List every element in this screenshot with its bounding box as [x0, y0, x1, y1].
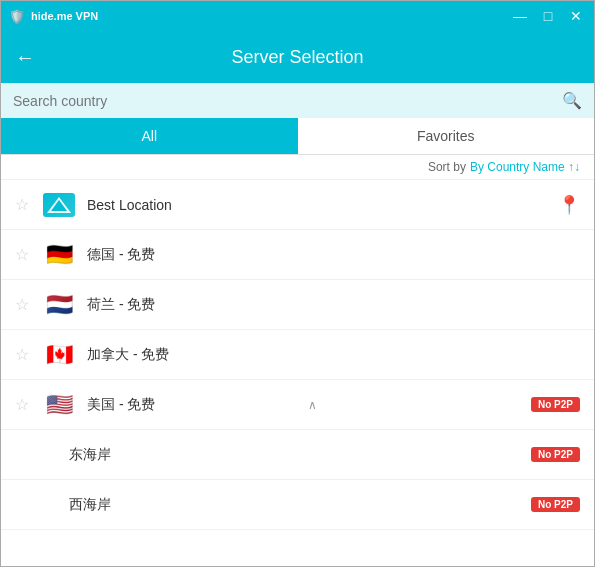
server-name-usa: 美国 - 免费 [87, 396, 302, 414]
tab-favorites[interactable]: Favorites [298, 118, 595, 154]
title-bar-controls: — □ ✕ [510, 8, 586, 24]
title-bar-left: 🛡️ hide.me VPN [9, 9, 98, 24]
maximize-button[interactable]: □ [538, 8, 558, 24]
server-name-germany: 德国 - 免费 [87, 246, 580, 264]
star-icon[interactable]: ☆ [15, 245, 31, 264]
flag-canada: 🇨🇦 [43, 343, 75, 367]
server-item-germany[interactable]: ☆ 🇩🇪 德国 - 免费 [1, 230, 594, 280]
server-list[interactable]: ☆ Best Location 📍 ☆ 🇩🇪 德国 - 免费 ☆ 🇳🇱 荷兰 -… [1, 180, 594, 542]
app-name: hide.me VPN [31, 10, 98, 22]
flag-usa: 🇺🇸 [43, 393, 75, 417]
vpn-logo-icon: 🛡️ [9, 9, 25, 24]
badge-west-coast: No P2P [531, 497, 580, 512]
server-name-best-location: Best Location [87, 197, 558, 213]
location-pin-icon: 📍 [558, 194, 580, 216]
badge-east-coast: No P2P [531, 447, 580, 462]
close-button[interactable]: ✕ [566, 8, 586, 24]
back-button[interactable]: ← [15, 46, 35, 69]
sort-prefix: Sort by [428, 160, 466, 174]
server-item-netherlands[interactable]: ☆ 🇳🇱 荷兰 - 免费 [1, 280, 594, 330]
tab-all[interactable]: All [1, 118, 298, 154]
page-title: Server Selection [231, 47, 363, 68]
search-input[interactable] [13, 93, 562, 109]
minimize-button[interactable]: — [510, 8, 530, 24]
server-name-canada: 加拿大 - 免费 [87, 346, 580, 364]
title-bar: 🛡️ hide.me VPN — □ ✕ [1, 1, 594, 31]
tabs: All Favorites [1, 118, 594, 155]
header: ← Server Selection [1, 31, 594, 83]
star-icon[interactable]: ☆ [15, 345, 31, 364]
server-name-netherlands: 荷兰 - 免费 [87, 296, 580, 314]
search-bar: 🔍 [1, 83, 594, 118]
server-item-best-location[interactable]: ☆ Best Location 📍 [1, 180, 594, 230]
sort-bar: Sort by By Country Name ↑↓ [1, 155, 594, 180]
server-item-east-coast[interactable]: 东海岸 No P2P [1, 430, 594, 480]
flag-germany: 🇩🇪 [43, 243, 75, 267]
server-name-west-coast: 西海岸 [69, 496, 531, 514]
star-icon[interactable]: ☆ [15, 395, 31, 414]
star-icon[interactable]: ☆ [15, 195, 31, 214]
server-item-canada[interactable]: ☆ 🇨🇦 加拿大 - 免费 [1, 330, 594, 380]
server-name-east-coast: 东海岸 [69, 446, 531, 464]
expand-icon[interactable]: ∧ [308, 398, 317, 412]
sort-value[interactable]: By Country Name ↑↓ [470, 160, 580, 174]
flag-best [43, 193, 75, 217]
server-item-west-coast[interactable]: 西海岸 No P2P [1, 480, 594, 530]
server-item-custom-server[interactable]: ☆ ⚙ Custom Server ⇧ Upgrade your plan [1, 530, 594, 542]
star-icon[interactable]: ☆ [15, 295, 31, 314]
server-item-usa[interactable]: ☆ 🇺🇸 美国 - 免费 ∧ No P2P [1, 380, 594, 430]
flag-netherlands: 🇳🇱 [43, 293, 75, 317]
badge-usa: No P2P [531, 397, 580, 412]
search-icon: 🔍 [562, 91, 582, 110]
